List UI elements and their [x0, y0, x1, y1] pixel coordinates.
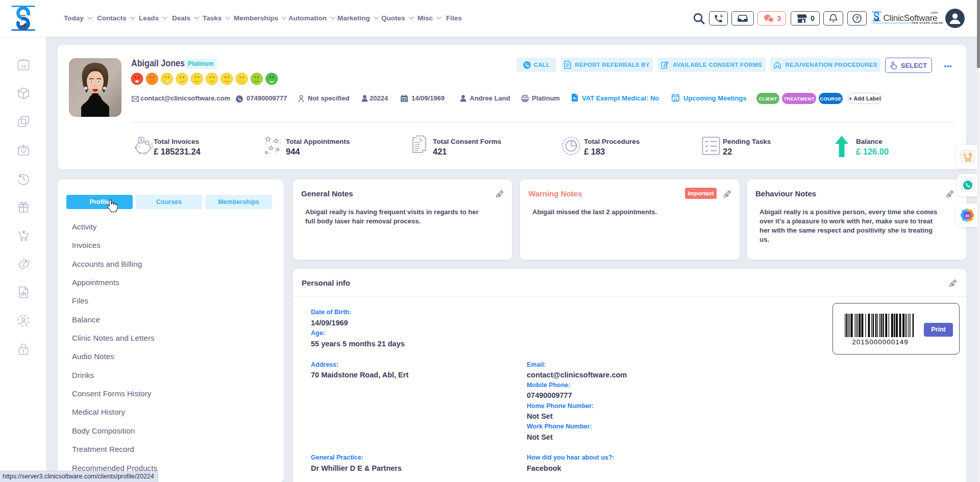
- svg-text:12: 12: [674, 97, 678, 101]
- svg-text:12: 12: [21, 63, 27, 69]
- svg-text:TEN STEPS AHEAD: TEN STEPS AHEAD: [912, 21, 943, 24]
- svg-text:$: $: [140, 138, 142, 143]
- svg-text:AI: AI: [965, 213, 970, 218]
- svg-text:?: ?: [855, 15, 859, 21]
- svg-text:.com: .com: [930, 11, 938, 14]
